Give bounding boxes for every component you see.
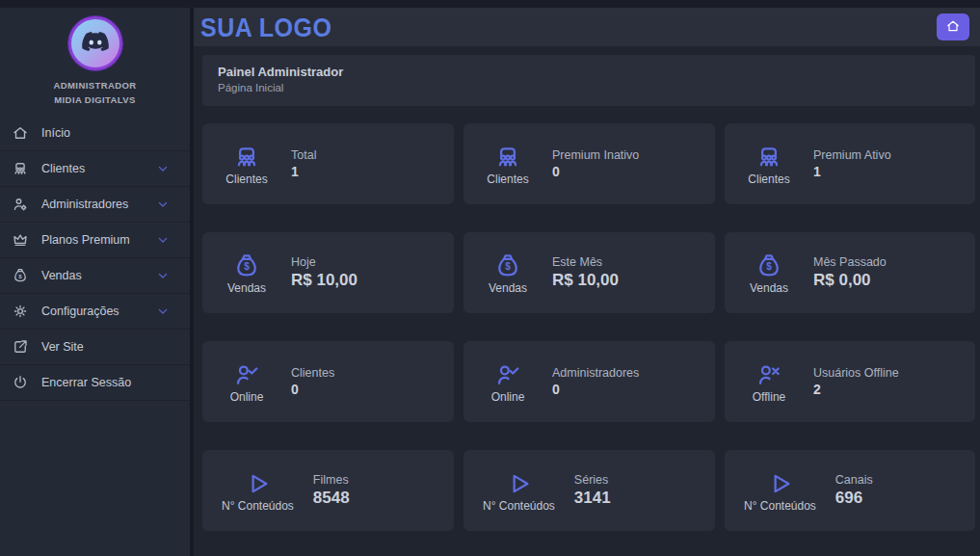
money-bag-icon: $ <box>232 252 261 280</box>
play-icon <box>765 469 794 498</box>
card-icon-label: N° Conteúdos <box>222 499 294 513</box>
crown-icon <box>12 231 29 249</box>
sidebar-item-label: Clientes <box>41 162 155 175</box>
card-value: 8548 <box>313 489 350 508</box>
sidebar-item-label: Planos Premium <box>41 233 155 247</box>
svg-text:$: $ <box>18 274 22 279</box>
users-group-icon <box>12 160 29 177</box>
stat-card: Clientes Premium Ativo 1 <box>725 123 975 204</box>
sidebar-item-clientes[interactable]: Clientes <box>0 151 190 187</box>
card-icon-label: Clientes <box>487 172 528 186</box>
card-icon-label: Vendas <box>750 281 788 295</box>
sidebar-item-label: Início <box>41 126 155 140</box>
stat-card: Clientes Premium Inativo 0 <box>464 123 715 204</box>
main-area: SUA LOGO Painel Administrador Página Ini… <box>194 8 980 556</box>
admin-dashboard: ADMINISTRADOR MIDIA DIGITALVS Início Cli… <box>0 0 980 556</box>
card-title: Premium Inativo <box>552 148 639 162</box>
card-value: R$ 0,00 <box>813 271 887 290</box>
content: Painel Administrador Página Inicial Clie… <box>194 46 980 556</box>
svg-text:$: $ <box>244 261 250 272</box>
card-title: Total <box>291 148 316 162</box>
card-title: Administradores <box>552 366 639 380</box>
sidebar-item-planos-premium[interactable]: Planos Premium <box>0 223 190 258</box>
chevron-down-icon[interactable] <box>155 268 171 283</box>
stat-card: $ Vendas Mês Passado R$ 0,00 <box>725 232 975 313</box>
stat-cards-grid: Clientes Total 1 Clientes <box>202 123 975 531</box>
users-group-icon <box>232 143 261 172</box>
money-bag-icon: $ <box>12 267 29 284</box>
page-subtitle: Página Inicial <box>218 82 960 93</box>
money-bag-icon: $ <box>493 252 522 280</box>
card-icon-label: N° Conteúdos <box>744 499 816 513</box>
card-icon-label: N° Conteúdos <box>483 499 555 513</box>
page-title: Painel Administrador <box>218 65 960 79</box>
card-value: 2 <box>813 382 899 397</box>
user-check-icon <box>232 360 261 389</box>
home-icon <box>12 124 29 142</box>
card-value: R$ 10,00 <box>552 271 619 290</box>
card-title: Séries <box>574 473 611 487</box>
chevron-down-icon[interactable] <box>155 197 171 212</box>
card-icon-label: Vendas <box>227 281 266 295</box>
card-value: 0 <box>291 382 334 397</box>
sidebar: ADMINISTRADOR MIDIA DIGITALVS Início Cli… <box>0 8 194 556</box>
sidebar-item-label: Ver Site <box>41 340 155 354</box>
sidebar-nav: Início Clientes Administradores <box>0 116 190 401</box>
stat-card: Offline Usuários Offline 2 <box>725 341 975 422</box>
users-group-icon <box>755 143 783 172</box>
sidebar-item-ver-site[interactable]: Ver Site <box>0 330 190 365</box>
gear-icon <box>12 303 29 320</box>
chevron-down-icon[interactable] <box>155 161 171 176</box>
card-icon-label: Offline <box>753 390 785 404</box>
user-x-icon <box>755 360 783 389</box>
money-bag-icon: $ <box>755 252 783 280</box>
card-icon-label: Online <box>230 390 264 404</box>
stat-card: N° Conteúdos Filmes 8548 <box>202 450 454 531</box>
sidebar-item-inicio[interactable]: Início <box>0 116 190 151</box>
sidebar-item-configuracoes[interactable]: Configurações <box>0 294 190 330</box>
chevron-down-icon[interactable] <box>155 304 171 319</box>
card-value: R$ 10,00 <box>291 271 358 290</box>
card-icon-label: Vendas <box>489 281 527 295</box>
play-icon <box>504 469 533 498</box>
card-icon-label: Online <box>491 390 525 404</box>
breadcrumb: Painel Administrador Página Inicial <box>202 55 975 106</box>
sidebar-item-vendas[interactable]: $ Vendas <box>0 258 190 294</box>
card-icon-label: Clientes <box>225 172 267 186</box>
sidebar-item-encerrar-sessao[interactable]: Encerrar Sessão <box>0 365 190 401</box>
svg-text:$: $ <box>766 261 772 272</box>
stat-card: Online Clientes 0 <box>202 341 454 422</box>
user-check-icon <box>493 360 522 389</box>
card-value: 1 <box>813 164 891 179</box>
stat-card: N° Conteúdos Séries 3141 <box>464 450 715 531</box>
discord-logo-icon <box>79 25 112 62</box>
sidebar-item-label: Configurações <box>41 304 155 318</box>
card-value: 0 <box>552 382 639 397</box>
card-title: Canais <box>835 473 873 487</box>
admin-title: ADMINISTRADOR MIDIA DIGITALVS <box>0 79 190 107</box>
stat-card: $ Vendas Hoje R$ 10,00 <box>202 232 454 313</box>
home-button[interactable] <box>937 13 969 40</box>
power-icon <box>12 374 29 391</box>
card-title: Mês Passado <box>813 255 887 269</box>
play-icon <box>243 469 272 498</box>
card-title: Este Mês <box>552 255 619 269</box>
card-icon-label: Clientes <box>748 172 789 186</box>
home-icon <box>945 18 961 37</box>
admin-user-icon <box>12 196 29 213</box>
stat-card: $ Vendas Este Mês R$ 10,00 <box>464 232 715 313</box>
users-group-icon <box>493 143 522 172</box>
card-value: 3141 <box>574 489 611 508</box>
card-title: Usuários Offline <box>813 366 899 380</box>
card-title: Clientes <box>291 366 334 380</box>
chevron-down-icon[interactable] <box>155 232 171 248</box>
sidebar-item-label: Vendas <box>41 269 155 282</box>
stat-card: Clientes Total 1 <box>202 123 454 204</box>
card-value: 0 <box>552 164 639 179</box>
external-link-icon <box>12 338 29 356</box>
card-value: 696 <box>835 489 873 508</box>
sidebar-item-label: Encerrar Sessão <box>41 376 155 389</box>
avatar <box>68 16 122 70</box>
sidebar-item-administradores[interactable]: Administradores <box>0 187 190 223</box>
card-title: Filmes <box>313 473 350 487</box>
